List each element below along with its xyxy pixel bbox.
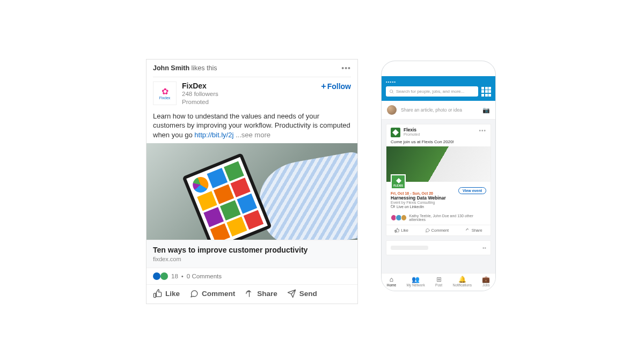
like-button[interactable]: Like [394, 228, 408, 233]
mobile-post-card: Flexis Promoted ••• Come join us at Flex… [386, 124, 491, 236]
speech-bubble-icon [189, 289, 199, 298]
view-event-button[interactable]: View event [458, 187, 486, 194]
mobile-tabbar: ⌂ Home 👥 My Network ⊞ Post 🔔 Notificatio… [382, 273, 495, 291]
search-input[interactable]: Search for people, jobs, and more... [386, 86, 478, 97]
promoted-label: Promoted [182, 98, 321, 106]
event-live-label: Live on LinkedIn [391, 204, 486, 209]
company-name[interactable]: Flexis [404, 128, 420, 132]
follow-label: Follow [327, 82, 351, 91]
skeleton-card: •• [386, 240, 491, 255]
home-icon: ⌂ [390, 276, 393, 283]
briefcase-icon: 💼 [482, 276, 490, 283]
share-composer[interactable]: Share an article, photo or idea 📷 [382, 101, 495, 120]
social-proof: John Smith likes this [153, 64, 217, 72]
reaction-celebrate-icon [160, 272, 168, 280]
company-logo[interactable]: ✿ Fixdex [153, 82, 177, 105]
feed-post-card: John Smith likes this ••• ✿ Fixdex FixDe… [146, 59, 358, 304]
follow-button[interactable]: + Follow [321, 82, 351, 91]
bell-icon: 🔔 [458, 276, 466, 283]
social-proof-suffix: likes this [192, 64, 217, 72]
skeleton-bar [391, 246, 428, 250]
plus-icon: + [321, 82, 326, 91]
avatar [387, 105, 397, 115]
send-button[interactable]: Send [287, 289, 317, 298]
company-logo-text: Fixdex [159, 96, 171, 100]
mobile-post-actions: Like Comment Share [386, 225, 491, 235]
social-proof-name[interactable]: John Smith [153, 64, 189, 72]
post-actions: Like Comment Share Send [147, 284, 357, 304]
tab-network[interactable]: 👥 My Network [406, 276, 425, 287]
video-icon [391, 204, 395, 209]
post-menu-icon[interactable]: ••• [479, 128, 486, 134]
mobile-post-text: Come join us at Flexis Con 2020! [386, 139, 491, 146]
mobile-header: ••••• Search for people, jobs, and more.… [382, 76, 495, 101]
search-icon [389, 89, 394, 94]
thumbs-up-icon [153, 289, 162, 298]
share-button[interactable]: Share [465, 228, 482, 233]
composer-placeholder: Share an article, photo or idea [401, 107, 478, 113]
thumbs-up-icon [394, 228, 399, 233]
comment-button[interactable]: Comment [189, 289, 235, 298]
plus-square-icon: ⊞ [436, 276, 442, 283]
attendee-avatar [401, 215, 407, 221]
reaction-count: 18 [171, 273, 178, 279]
svg-point-0 [390, 90, 393, 93]
paper-plane-icon [287, 289, 296, 298]
company-logo[interactable] [391, 128, 400, 137]
share-arrow-icon [245, 289, 254, 298]
post-menu-icon[interactable]: •• [482, 245, 486, 251]
tab-notifications[interactable]: 🔔 Notifications [452, 276, 471, 287]
post-menu-icon[interactable]: ••• [341, 64, 351, 72]
hero-tablet [182, 153, 272, 240]
tab-post[interactable]: ⊞ Post [435, 276, 442, 287]
comment-button[interactable]: Comment [425, 228, 449, 233]
signal-icon: ••••• [386, 79, 491, 84]
gear-icon: ✿ [162, 87, 169, 96]
attendees-text: Kathy Teeble, John Doe and 130 other att… [409, 214, 486, 221]
social-counts[interactable]: 18 • 0 Comments [147, 268, 357, 284]
event-attendees[interactable]: Kathy Teeble, John Doe and 130 other att… [386, 212, 491, 225]
article-title: Ten ways to improve customer productivit… [153, 246, 351, 254]
camera-icon[interactable]: 📷 [482, 107, 490, 114]
article-preview[interactable]: Ten ways to improve customer productivit… [147, 240, 357, 268]
reaction-like-icon [153, 272, 160, 280]
company-meta: FixDex 248 followers Promoted [182, 82, 321, 106]
search-placeholder: Search for people, jobs, and more... [396, 89, 464, 94]
phone-notch [382, 61, 495, 76]
like-button[interactable]: Like [153, 289, 180, 298]
svg-rect-1 [391, 205, 394, 208]
comments-count: 0 Comments [187, 273, 222, 279]
people-icon: 👥 [412, 276, 420, 283]
mobile-post-header: Flexis Promoted ••• [386, 124, 491, 139]
phone-frame: ••••• Search for people, jobs, and more.… [381, 61, 496, 291]
speech-bubble-icon [425, 228, 430, 233]
article-domain: fixdex.com [153, 256, 351, 262]
tab-jobs[interactable]: 💼 Jobs [482, 276, 490, 287]
apps-grid-icon[interactable] [481, 87, 491, 97]
post-hero-image[interactable] [147, 143, 357, 240]
separator: • [181, 273, 184, 279]
event-organizer: Event by Flexis Consulting [391, 201, 486, 204]
company-name[interactable]: FixDex [182, 82, 321, 90]
company-followers: 248 followers [182, 90, 321, 98]
tab-home[interactable]: ⌂ Home [387, 276, 396, 287]
promoted-label: Promoted [404, 132, 420, 136]
mobile-post-image[interactable]: FLEXIS [386, 146, 491, 182]
event-title[interactable]: Harnessing Data Webinar [391, 195, 486, 201]
post-body: Learn how to undestand the values and ne… [147, 109, 357, 143]
event-details: View event Fri, Oct 16 - Sun, Oct 20 Har… [386, 182, 491, 212]
post-link[interactable]: http://bit.ly/2j [194, 131, 233, 139]
post-entity-row: ✿ Fixdex FixDex 248 followers Promoted +… [147, 77, 357, 109]
see-more-button[interactable]: ...see more [236, 131, 270, 139]
share-arrow-icon [465, 228, 470, 233]
post-header: John Smith likes this ••• [147, 60, 357, 75]
share-button[interactable]: Share [245, 289, 277, 298]
